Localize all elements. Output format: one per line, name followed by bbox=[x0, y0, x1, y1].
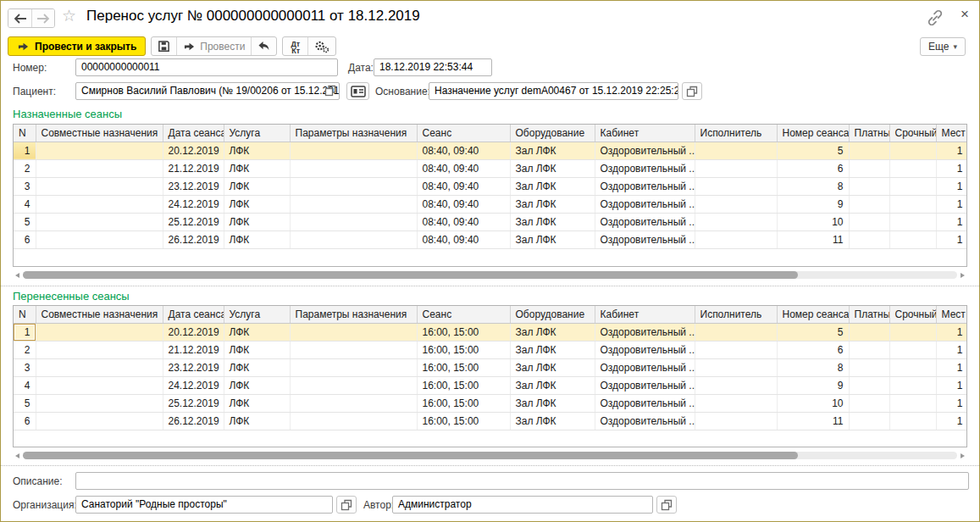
settings-button[interactable] bbox=[307, 37, 335, 55]
save-button[interactable] bbox=[152, 37, 176, 55]
column-header[interactable]: Мест bbox=[936, 125, 967, 142]
cell[interactable] bbox=[849, 341, 889, 358]
cell[interactable]: 4 bbox=[14, 195, 36, 213]
cell[interactable] bbox=[290, 213, 417, 230]
cell[interactable]: ЛФК bbox=[224, 376, 290, 394]
cell[interactable] bbox=[290, 376, 417, 394]
cell[interactable]: ЛФК bbox=[224, 412, 290, 430]
column-header[interactable]: Кабинет bbox=[595, 306, 695, 323]
cell[interactable]: 08:40, 09:40 bbox=[417, 177, 510, 195]
column-header[interactable]: Мест bbox=[936, 306, 967, 323]
cell[interactable] bbox=[695, 177, 777, 195]
cell[interactable] bbox=[290, 358, 417, 376]
cell[interactable]: 6 bbox=[14, 412, 36, 430]
number-field[interactable]: 00000000000011 bbox=[75, 58, 338, 76]
cell[interactable]: 5 bbox=[777, 323, 849, 341]
cell[interactable] bbox=[849, 159, 889, 177]
cell[interactable] bbox=[849, 195, 889, 213]
organization-field[interactable]: Санаторий "Родные просторы" bbox=[75, 496, 333, 514]
column-header[interactable]: Параметры назначения bbox=[290, 125, 417, 142]
cell[interactable]: ЛФК bbox=[224, 358, 290, 376]
cell[interactable] bbox=[36, 159, 163, 177]
description-field[interactable] bbox=[75, 472, 969, 490]
column-header[interactable]: Номер сеанса bbox=[777, 125, 849, 142]
cell[interactable]: 26.12.2019 bbox=[163, 412, 224, 430]
link-icon[interactable] bbox=[926, 9, 944, 26]
undo-button[interactable] bbox=[251, 37, 276, 55]
cell[interactable]: 24.12.2019 bbox=[163, 376, 224, 394]
cell[interactable] bbox=[889, 195, 936, 213]
cell[interactable]: Оздоровительный ... bbox=[595, 159, 695, 177]
cell[interactable]: Зал ЛФК bbox=[510, 358, 595, 376]
column-header[interactable]: Совместные назначения bbox=[36, 306, 163, 323]
cell[interactable]: 5 bbox=[14, 213, 36, 230]
scrollbar-track[interactable] bbox=[23, 271, 957, 279]
cell[interactable]: Зал ЛФК bbox=[510, 394, 595, 412]
cell[interactable]: ЛФК bbox=[224, 341, 290, 358]
cell[interactable]: ЛФК bbox=[224, 159, 290, 177]
cell[interactable]: 16:00, 15:00 bbox=[417, 323, 510, 341]
cell[interactable] bbox=[889, 376, 936, 394]
cell[interactable] bbox=[695, 195, 777, 213]
table-row[interactable]: 525.12.2019ЛФК16:00, 15:00Зал ЛФКОздоров… bbox=[14, 394, 967, 412]
cell[interactable] bbox=[36, 358, 163, 376]
column-header[interactable]: Платный bbox=[849, 306, 889, 323]
cell[interactable] bbox=[849, 213, 889, 230]
cell[interactable] bbox=[889, 394, 936, 412]
cell[interactable]: ЛФК bbox=[224, 177, 290, 195]
table-row[interactable]: 626.12.2019ЛФК08:40, 09:40Зал ЛФКОздоров… bbox=[14, 230, 967, 248]
cell[interactable] bbox=[889, 159, 936, 177]
cell[interactable]: 08:40, 09:40 bbox=[417, 230, 510, 248]
cell[interactable] bbox=[695, 230, 777, 248]
column-header[interactable]: Дата сеанса bbox=[163, 125, 224, 142]
column-header[interactable]: Исполнитель bbox=[695, 125, 777, 142]
scrollbar-thumb[interactable] bbox=[23, 271, 798, 279]
cell[interactable] bbox=[889, 341, 936, 358]
column-header[interactable]: Услуга bbox=[224, 125, 290, 142]
scroll-left-arrow[interactable] bbox=[13, 450, 23, 461]
cell[interactable] bbox=[849, 412, 889, 430]
column-header[interactable]: Исполнитель bbox=[695, 306, 777, 323]
table-row[interactable]: 626.12.2019ЛФК16:00, 15:00Зал ЛФКОздоров… bbox=[14, 412, 967, 430]
cell[interactable]: 1 bbox=[936, 177, 967, 195]
cell[interactable]: 08:40, 09:40 bbox=[417, 213, 510, 230]
cell[interactable] bbox=[290, 394, 417, 412]
cell[interactable]: Оздоровительный ... bbox=[595, 323, 695, 341]
cell[interactable]: 26.12.2019 bbox=[163, 230, 224, 248]
cell[interactable] bbox=[290, 195, 417, 213]
cell[interactable]: Оздоровительный ... bbox=[595, 213, 695, 230]
patient-field[interactable]: Смирнов Василий Павлович (№ 19/00206 от … bbox=[75, 82, 340, 100]
cell[interactable] bbox=[695, 358, 777, 376]
column-header[interactable]: Услуга bbox=[224, 306, 290, 323]
cell[interactable] bbox=[889, 358, 936, 376]
cell[interactable] bbox=[695, 159, 777, 177]
cell[interactable]: 5 bbox=[14, 394, 36, 412]
cell[interactable]: Зал ЛФК bbox=[510, 195, 595, 213]
cell[interactable] bbox=[36, 412, 163, 430]
cell[interactable]: 6 bbox=[14, 230, 36, 248]
cell[interactable]: 1 bbox=[14, 323, 36, 341]
cell[interactable]: Оздоровительный ... bbox=[595, 177, 695, 195]
cell[interactable] bbox=[36, 177, 163, 195]
close-icon[interactable]: × bbox=[956, 6, 973, 23]
cell[interactable] bbox=[36, 394, 163, 412]
column-header[interactable]: Оборудование bbox=[510, 125, 595, 142]
forward-button[interactable] bbox=[31, 9, 54, 27]
cell[interactable]: 2 bbox=[14, 341, 36, 358]
cell[interactable]: 20.12.2019 bbox=[163, 323, 224, 341]
splitter[interactable] bbox=[1, 286, 980, 286]
post-and-close-button[interactable]: Провести и закрыть bbox=[8, 36, 146, 56]
scroll-right-arrow[interactable] bbox=[957, 269, 967, 280]
cell[interactable] bbox=[849, 177, 889, 195]
cell[interactable] bbox=[290, 230, 417, 248]
table-row[interactable]: 323.12.2019ЛФК16:00, 15:00Зал ЛФКОздоров… bbox=[14, 358, 967, 376]
scroll-left-arrow[interactable] bbox=[13, 269, 23, 280]
cell[interactable]: 21.12.2019 bbox=[163, 159, 224, 177]
cell[interactable]: Оздоровительный ... bbox=[595, 376, 695, 394]
more-button[interactable]: Еще ▾ bbox=[920, 37, 966, 56]
cell[interactable] bbox=[290, 159, 417, 177]
cell[interactable]: 1 bbox=[936, 213, 967, 230]
cell[interactable]: 6 bbox=[777, 159, 849, 177]
cell[interactable] bbox=[695, 142, 777, 159]
cell[interactable]: Зал ЛФК bbox=[510, 323, 595, 341]
